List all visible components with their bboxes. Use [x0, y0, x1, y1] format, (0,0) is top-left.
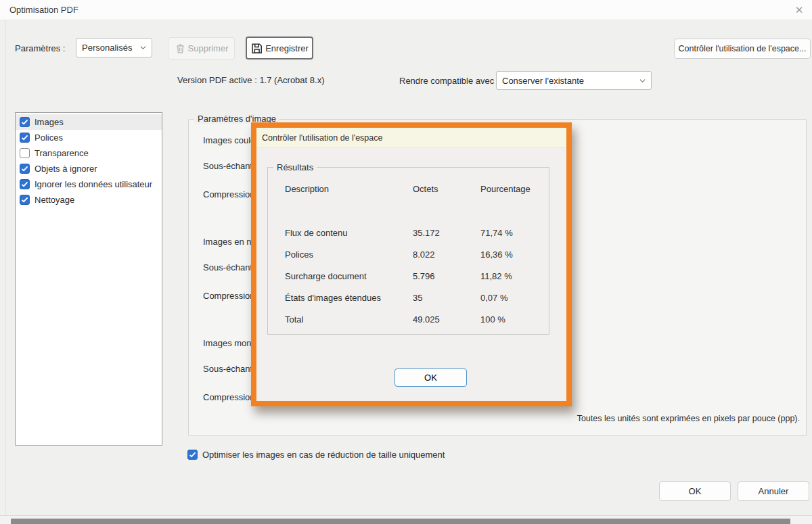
audit-dialog-titlebar: Contrôler l'utilisation de l'espace — [256, 128, 566, 148]
row-percent: 11,82 % — [480, 271, 512, 281]
preset-dropdown[interactable]: Personalisés — [76, 38, 152, 57]
row-octets: 35.172 — [413, 228, 440, 238]
results-legend: Résultats — [273, 162, 317, 172]
units-note: Toutes les unités sont exprimées en pixe… — [577, 414, 800, 423]
row-percent: 100 % — [480, 314, 505, 325]
window-titlebar: Optimisation PDF ✕ — [0, 0, 812, 20]
sidebar-item-objets-a-ignorer[interactable]: Objets à ignorer — [16, 161, 162, 176]
sidebar-item-label: Transparence — [35, 148, 89, 158]
sidebar-item-transparence[interactable]: Transparence — [16, 145, 162, 161]
cancel-button[interactable]: Annuler — [738, 481, 809, 501]
compat-dropdown[interactable]: Conserver l'existante — [496, 71, 652, 90]
delete-button-label: Supprimer — [188, 43, 229, 53]
checkbox-checked-icon[interactable] — [20, 195, 30, 205]
sidebar-item-label: Polices — [35, 133, 63, 143]
category-list: Images Polices Transparence Objets à ign… — [15, 112, 162, 446]
optimize-only-checkbox-label: Optimiser les images en cas de réduction… — [202, 450, 445, 460]
checkbox-checked-icon[interactable] — [20, 133, 30, 143]
sidebar-item-label: Nettoyage — [35, 195, 74, 205]
sidebar-item-label: Objets à ignorer — [35, 164, 97, 174]
params-label: Paramètres : — [15, 43, 65, 53]
pdf-version-text: Version PDF active : 1.7 (Acrobat 8.x) — [177, 75, 324, 85]
preset-dropdown-value: Personalisés — [82, 43, 136, 53]
col-header-description: Description — [285, 184, 329, 194]
sidebar-item-nettoyage[interactable]: Nettoyage — [16, 192, 162, 208]
window-left-edge — [5, 20, 6, 515]
row-label: Total — [285, 314, 303, 325]
row-label: États d'images étendues — [285, 293, 381, 303]
save-icon — [250, 42, 263, 55]
chevron-down-icon — [639, 78, 646, 84]
col-header-pourcentage: Pourcentage — [480, 184, 531, 194]
sidebar-item-label: Images — [35, 117, 64, 127]
checkbox-checked-icon[interactable] — [20, 164, 30, 174]
row-percent: 16,36 % — [480, 249, 513, 260]
sidebar-item-label: Ignorer les données utilisateur — [35, 179, 152, 189]
row-octets: 49.025 — [413, 314, 440, 325]
row-octets: 8.022 — [413, 249, 435, 260]
row-label: Surcharge document — [285, 271, 367, 281]
sidebar-item-images[interactable]: Images — [16, 114, 162, 130]
compression-label: Compression — [203, 291, 255, 301]
compression-label: Compression — [203, 189, 255, 199]
row-octets: 5.796 — [413, 271, 435, 281]
checkbox-unchecked-icon[interactable] — [20, 148, 30, 158]
audit-dialog-title: Contrôler l'utilisation de l'espace — [262, 133, 382, 143]
delete-button[interactable]: Supprimer — [168, 37, 235, 59]
sidebar-item-polices[interactable]: Polices — [16, 130, 162, 145]
col-header-octets: Octets — [413, 184, 438, 194]
save-button[interactable]: Enregistrer — [246, 37, 313, 59]
row-percent: 0,07 % — [480, 293, 508, 303]
close-icon[interactable]: ✕ — [792, 3, 807, 18]
compression-label: Compression — [203, 392, 255, 402]
save-button-label: Enregistrer — [265, 43, 309, 53]
row-octets: 35 — [413, 293, 422, 303]
checkbox-checked-icon[interactable] — [20, 179, 30, 189]
grayscale-images-label: Images en niv — [203, 237, 258, 247]
row-label: Polices — [285, 249, 313, 260]
audit-ok-button[interactable]: OK — [394, 368, 467, 387]
row-percent: 71,74 % — [480, 228, 513, 238]
audit-dialog: Contrôler l'utilisation de l'espace Résu… — [251, 122, 572, 406]
horizontal-scrollbar-thumb[interactable] — [11, 519, 790, 524]
audit-space-button-label: Contrôler l'utilisation de l'espace... — [679, 44, 807, 53]
sidebar-item-ignorer-donnees-utilisateur[interactable]: Ignorer les données utilisateur — [16, 176, 162, 192]
compat-label: Rendre compatible avec : — [399, 76, 499, 86]
compat-dropdown-value: Conserver l'existante — [502, 76, 635, 86]
optimize-only-checkbox-row[interactable]: Optimiser les images en cas de réduction… — [187, 450, 445, 460]
checkbox-checked-icon[interactable] — [187, 450, 198, 460]
window-title: Optimisation PDF — [9, 5, 78, 15]
mono-images-label: Images mono — [203, 338, 256, 348]
row-label: Flux de contenu — [285, 228, 348, 238]
chevron-down-icon — [140, 45, 146, 51]
audit-space-button[interactable]: Contrôler l'utilisation de l'espace... — [674, 39, 811, 59]
checkbox-checked-icon[interactable] — [20, 117, 30, 127]
results-group: Résultats Description Octets Pourcentage… — [267, 167, 549, 335]
ok-button[interactable]: OK — [659, 481, 731, 501]
trash-icon — [175, 43, 186, 54]
